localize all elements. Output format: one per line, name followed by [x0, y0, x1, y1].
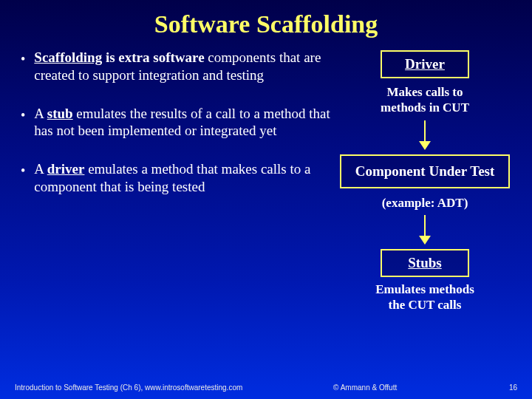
- list-item: • Scaffolding is extra software componen…: [21, 49, 332, 84]
- slide-title: Software Scaffolding: [0, 0, 532, 46]
- cut-box: Component Under Test: [340, 154, 510, 188]
- footer-page-number: 16: [488, 383, 517, 392]
- svg-marker-1: [419, 141, 431, 150]
- term-underline: Scaffolding: [34, 50, 102, 65]
- text-run: A: [34, 106, 47, 121]
- list-item: • A driver emulates a method that makes …: [21, 160, 332, 196]
- slide-footer: Introduction to Software Testing (Ch 6),…: [0, 383, 532, 392]
- arrow-down-icon: [416, 120, 434, 150]
- driver-box: Driver: [381, 50, 469, 78]
- bold-run: is extra software: [102, 50, 204, 65]
- text-line: methods in CUT: [381, 100, 469, 115]
- cut-example: (example: ADT): [382, 196, 468, 211]
- bullet-icon: •: [21, 106, 25, 124]
- text-line: Makes calls to: [387, 85, 463, 99]
- text-run: A: [34, 161, 47, 177]
- stubs-box: Stubs: [381, 249, 469, 277]
- stubs-caption: Emulates methods the CUT calls: [375, 282, 474, 313]
- bullet-list: • Scaffolding is extra software componen…: [15, 46, 332, 313]
- bullet-text: Scaffolding is extra software components…: [34, 49, 332, 84]
- bullet-text: A driver emulates a method that makes ca…: [34, 160, 332, 196]
- slide-content: • Scaffolding is extra software componen…: [0, 46, 532, 313]
- footer-left: Introduction to Software Testing (Ch 6),…: [15, 383, 242, 392]
- bullet-icon: •: [21, 50, 25, 68]
- text-line: the CUT calls: [389, 298, 462, 312]
- bullet-text: A stub emulates the results of a call to…: [34, 105, 332, 140]
- diagram-column: Driver Makes calls to methods in CUT Com…: [332, 46, 517, 313]
- text-line: Emulates methods: [375, 282, 474, 296]
- arrow-svg: [416, 120, 434, 150]
- term-underline: stub: [47, 106, 73, 121]
- list-item: • A stub emulates the results of a call …: [21, 105, 332, 140]
- arrow-down-icon: [416, 215, 434, 245]
- bullet-icon: •: [21, 162, 25, 180]
- term-underline: driver: [47, 161, 85, 177]
- svg-marker-3: [419, 236, 431, 245]
- arrow-svg: [416, 215, 434, 245]
- driver-caption: Makes calls to methods in CUT: [381, 84, 469, 116]
- text-run: emulates the results of a call to a meth…: [34, 106, 330, 139]
- footer-center: © Ammann & Offutt: [242, 383, 488, 392]
